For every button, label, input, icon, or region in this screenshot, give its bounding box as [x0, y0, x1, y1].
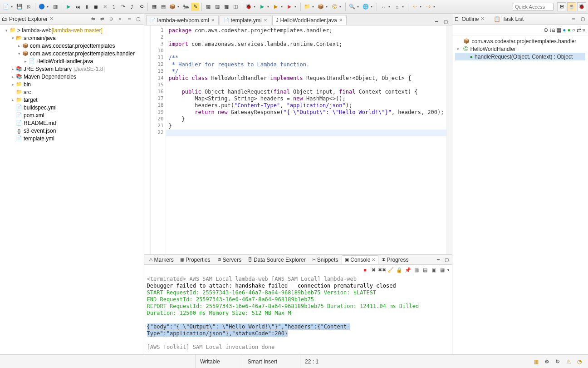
pin-console-button[interactable]: 📌 — [404, 266, 412, 274]
code-line[interactable] — [169, 82, 444, 89]
tb-icon[interactable]: ◫ — [231, 3, 240, 11]
minimize-editor-button[interactable]: ━ — [433, 18, 440, 25]
code-line[interactable]: Map<String, String> headers = new HashMa… — [169, 95, 444, 102]
new-class-icon[interactable]: Ⓒ — [330, 3, 338, 11]
tb-icon[interactable]: ▤ — [159, 3, 167, 11]
jre-system-library[interactable]: ▸📚JRE System Library [JavaSE-1.8] — [0, 65, 144, 73]
outline-tree[interactable]: 📦com.aws.codestar.projecttemplates.handl… — [452, 35, 588, 62]
maven-dependencies[interactable]: ▸📚Maven Dependencies — [0, 73, 144, 80]
maximize-editor-button[interactable]: ▢ — [442, 18, 449, 25]
status-warning-icon[interactable]: ⚠ — [564, 358, 573, 366]
focus-icon[interactable]: ⊙ — [544, 27, 548, 33]
twisty-icon[interactable]: ▸ — [23, 59, 28, 64]
project-lambda-web[interactable]: ▾📁> lambda-web [lambda-web master] — [0, 26, 144, 34]
file-readme[interactable]: 📄README.md — [0, 119, 144, 127]
code-line[interactable]: headers.put("Content-Type", "application… — [169, 102, 444, 109]
twisty-icon[interactable]: ▾ — [10, 36, 15, 40]
close-tab-icon[interactable]: ✕ — [264, 18, 267, 23]
tab-console[interactable]: ▣Console✕ — [342, 255, 378, 264]
tab-template[interactable]: 📄template.yml✕ — [220, 15, 271, 25]
clear-console-button[interactable]: 🧹 — [387, 266, 394, 274]
maximize-button[interactable]: ▢ — [579, 15, 586, 23]
tab-snippets[interactable]: ✂Snippets — [309, 256, 341, 264]
dropdown-icon[interactable]: ▾ — [11, 5, 15, 9]
maximize-button[interactable]: ▢ — [135, 15, 142, 23]
remove-all-button[interactable]: ✖✖ — [378, 266, 386, 274]
status-icon[interactable]: ▥ — [532, 358, 540, 366]
file-pom[interactable]: 📄pom.xml — [0, 111, 144, 119]
tab-dse[interactable]: 🗄Data Source Explorer — [245, 256, 309, 264]
focus-task-button[interactable]: ⊙ — [108, 15, 115, 23]
tb-icon[interactable]: ▧ — [204, 3, 212, 11]
outline-package[interactable]: 📦com.aws.codestar.projecttemplates.handl… — [455, 37, 585, 45]
code-line[interactable] — [169, 34, 444, 41]
highlight-icon[interactable]: ✎ — [191, 3, 199, 11]
folder-bin[interactable]: ▸📁bin — [0, 80, 144, 88]
pkg-projecttemplates[interactable]: ▸📦com.aws.codestar.projecttemplates — [0, 42, 144, 50]
close-icon[interactable]: ✕ — [49, 16, 54, 22]
file-helloworldhandler[interactable]: ▸📄HelloWorldHandler.java — [0, 57, 144, 65]
close-icon[interactable]: ✕ — [372, 257, 375, 262]
open-console-button[interactable]: ▣ — [430, 266, 437, 274]
twisty-icon[interactable]: ▸ — [10, 98, 15, 102]
twisty-icon[interactable]: ▸ — [16, 44, 22, 48]
close-tab-icon[interactable]: ✕ — [211, 18, 215, 23]
code-line[interactable]: /** — [169, 55, 444, 61]
new-project-icon[interactable]: 📁 — [303, 3, 311, 11]
close-tab-icon[interactable]: ✕ — [339, 18, 343, 23]
run-config-button[interactable]: ▶ — [258, 3, 266, 11]
view-menu-button[interactable]: ▿ — [117, 15, 124, 23]
nav-icon[interactable]: ↕ — [393, 3, 401, 11]
display-console-button[interactable]: ▥ — [413, 266, 420, 274]
status-icon[interactable]: ↻ — [554, 358, 562, 366]
code-area[interactable]: package com.aws.codestar.projecttemplate… — [166, 25, 447, 254]
scroll-lock-button[interactable]: 🔒 — [396, 266, 403, 274]
minimize-button[interactable]: ━ — [570, 15, 577, 23]
pause-button[interactable]: ⏸ — [83, 3, 91, 11]
code-line[interactable]: } — [169, 123, 444, 129]
package-icon[interactable]: 📦 — [168, 3, 176, 11]
file-buildspec[interactable]: 📄buildspec.yml — [0, 104, 144, 111]
debug-perspective-button[interactable]: 🐞 — [577, 2, 586, 11]
code-line[interactable]: public class HelloWorldHandler implement… — [169, 75, 444, 82]
run-ant-icon[interactable]: 🐜 — [182, 3, 190, 11]
code-line[interactable]: package com.aws.codestar.projecttemplate… — [169, 27, 444, 34]
tab-properties[interactable]: ▦Properties — [177, 256, 213, 264]
hide-static-icon[interactable]: ● — [563, 27, 566, 33]
back-button[interactable]: ⇦ — [411, 3, 419, 11]
bottom-maximize-button[interactable]: ▢ — [443, 256, 450, 264]
code-line[interactable] — [169, 129, 444, 136]
step-into-icon[interactable]: ⤵ — [110, 3, 118, 11]
hide-fields-icon[interactable]: ▦ — [556, 27, 561, 33]
view-menu-icon[interactable]: ▿ — [583, 27, 585, 33]
twisty-icon[interactable]: ▾ — [4, 28, 9, 33]
tab-servers[interactable]: 🖥Servers — [214, 256, 244, 264]
status-icon[interactable]: ◔ — [575, 358, 583, 366]
code-line[interactable]: public Object handleRequest(final Object… — [169, 89, 444, 95]
hide-nonpublic-icon[interactable]: ● — [568, 27, 571, 33]
file-s3event[interactable]: {}s3-event.json — [0, 127, 144, 134]
disconnect-icon[interactable]: ⤫ — [101, 3, 109, 11]
collapse-all-button[interactable]: ⇆ — [89, 15, 97, 23]
show-console-button[interactable]: ▤ — [421, 266, 429, 274]
open-perspective-button[interactable]: ⊞ — [557, 2, 566, 11]
new-package-icon[interactable]: 📦 — [317, 3, 325, 11]
sort-icon[interactable]: ↓a — [549, 27, 555, 33]
folder-src[interactable]: 📁src — [0, 88, 144, 96]
twisty-icon[interactable]: ▸ — [10, 67, 15, 71]
tab-helloworldhandler[interactable]: JHelloWorldHandler.java✕ — [272, 15, 347, 25]
tb-icon[interactable]: ▩ — [222, 3, 230, 11]
bottom-minimize-button[interactable]: ━ — [435, 256, 442, 264]
save-all-button[interactable]: ⎘ — [24, 3, 33, 11]
run-external-button[interactable]: ▶ — [285, 3, 294, 11]
step-return-icon[interactable]: ⤴ — [128, 3, 136, 11]
code-line[interactable]: return new GatewayResponse("{ \"Output\"… — [169, 109, 444, 116]
hide-local-icon[interactable]: ○ — [572, 27, 575, 33]
outline-class[interactable]: ▾ⒸHelloWorldHandler — [455, 45, 585, 53]
code-line[interactable]: } — [169, 116, 444, 123]
open-type-icon[interactable]: ▥ — [51, 3, 59, 11]
new-button[interactable]: 📄 — [2, 3, 10, 11]
code-line[interactable]: */ — [169, 68, 444, 75]
outline-method[interactable]: ●handleRequest(Object, Context) : Object — [455, 53, 585, 60]
nav-icon[interactable]: ↔ — [379, 3, 387, 11]
